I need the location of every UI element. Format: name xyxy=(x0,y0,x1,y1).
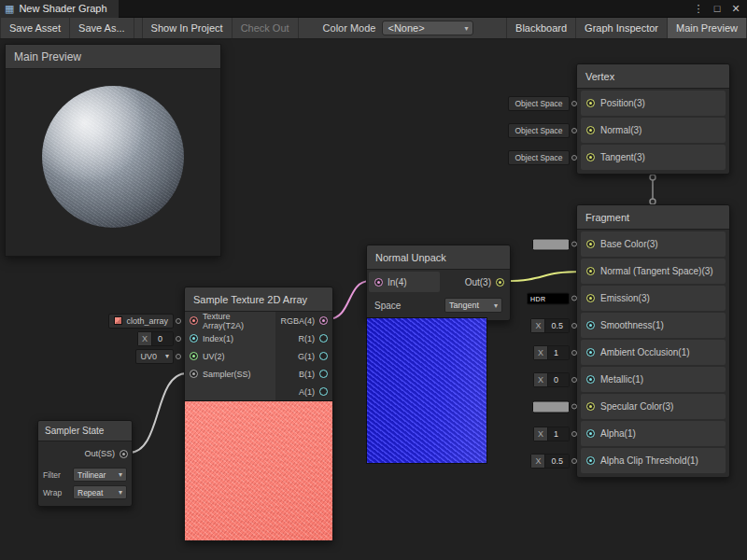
texture-array-object-field[interactable]: cloth_array xyxy=(108,314,174,329)
smoothness-port[interactable] xyxy=(586,321,595,329)
r-port[interactable] xyxy=(319,334,328,343)
sampler-port[interactable] xyxy=(190,370,198,378)
fragment-node-title[interactable]: Fragment xyxy=(577,205,729,230)
base-color-swatch[interactable] xyxy=(532,238,570,250)
metallic-input[interactable]: X0 xyxy=(533,372,570,387)
color-mode-dropdown[interactable]: <None> ▾ xyxy=(382,21,473,35)
main-preview-panel: Main Preview xyxy=(5,44,221,257)
node-vertex[interactable]: Vertex Position(3) Object Space Normal(3… xyxy=(576,63,730,175)
save-asset-button[interactable]: Save Asset xyxy=(0,18,70,38)
emission-hdr-swatch[interactable]: HDR xyxy=(527,292,570,304)
fragment-row-normal: Normal (Tangent Space)(3) xyxy=(581,259,726,284)
sample-texture-outputs: RGBA(4) R(1) G(1) B(1) A(1) xyxy=(275,312,332,400)
main-preview-toggle-button[interactable]: Main Preview xyxy=(668,18,747,38)
ambient-occlusion-port[interactable] xyxy=(586,348,595,357)
fragment-row-ambient-occlusion: Ambient Occlusion(1) X1 xyxy=(581,340,726,365)
main-preview-body xyxy=(6,69,220,256)
smoothness-input[interactable]: X0.5 xyxy=(530,318,570,333)
specular-color-port[interactable] xyxy=(586,402,595,411)
sampler-state-out-label: Out(SS) xyxy=(84,449,115,458)
chevron-down-icon: ▾ xyxy=(464,24,468,33)
node-fragment[interactable]: Fragment Base Color(3) Normal (Tangent S… xyxy=(576,204,730,478)
graph-inspector-toggle-button[interactable]: Graph Inspector xyxy=(576,18,668,38)
alpha-clip-threshold-input[interactable]: X0.5 xyxy=(530,454,570,469)
rgba-port[interactable] xyxy=(319,316,328,325)
ambient-occlusion-label: Ambient Occlusion(1) xyxy=(600,347,690,357)
sample-texture-node-title[interactable]: Sample Texture 2D Array xyxy=(185,287,332,312)
texture-thumbnail-icon xyxy=(114,316,122,325)
alpha-input[interactable]: X1 xyxy=(533,427,570,441)
b-port[interactable] xyxy=(319,370,328,378)
node-sampler-state[interactable]: Sampler State Out(SS) Filter Trilinear ▾… xyxy=(37,420,133,507)
ambient-occlusion-input[interactable]: X1 xyxy=(533,345,570,360)
b-row: B(1) xyxy=(275,365,332,383)
rgba-row: RGBA(4) xyxy=(275,312,332,329)
window-tab[interactable]: ▦ New Shader Graph xyxy=(0,0,119,18)
emission-label: Emission(3) xyxy=(600,293,650,303)
edge-samplerstate-out-to-sampler[interactable] xyxy=(129,373,187,453)
vertex-node-title[interactable]: Vertex xyxy=(577,64,729,89)
sampler-state-node-title[interactable]: Sampler State xyxy=(38,421,132,441)
position-space-dropdown[interactable]: Object Space xyxy=(508,96,570,111)
node-sample-texture-2d-array[interactable]: Sample Texture 2D Array Texture Array(T2… xyxy=(184,287,333,541)
maximize-icon[interactable]: □ xyxy=(710,3,725,14)
vertex-fragment-connector xyxy=(650,175,655,204)
fragment-row-emission: Emission(3) HDR xyxy=(581,286,726,311)
show-in-project-button[interactable]: Show In Project xyxy=(142,18,233,38)
metallic-port[interactable] xyxy=(586,375,595,384)
index-input[interactable]: X0 xyxy=(137,331,174,346)
texture-array-port[interactable] xyxy=(190,316,198,325)
fragment-normal-label: Normal (Tangent Space)(3) xyxy=(600,266,713,276)
normal-space-dropdown[interactable]: Object Space xyxy=(508,123,570,138)
tangent-port[interactable] xyxy=(586,153,595,161)
close-icon[interactable]: ✕ xyxy=(728,3,743,15)
base-color-port[interactable] xyxy=(586,240,595,248)
save-as-button[interactable]: Save As... xyxy=(70,18,134,38)
alpha-clip-threshold-port[interactable] xyxy=(586,456,595,465)
a-port[interactable] xyxy=(319,387,328,396)
fragment-row-metallic: Metallic(1) X0 xyxy=(581,367,726,392)
menu-icon[interactable]: ⋮ xyxy=(691,3,706,15)
tangent-space-dropdown[interactable]: Object Space xyxy=(508,150,570,165)
specular-color-swatch[interactable] xyxy=(532,400,570,413)
r-row: R(1) xyxy=(275,329,332,347)
normal-unpack-out-port[interactable] xyxy=(496,278,504,287)
smoothness-label: Smoothness(1) xyxy=(600,320,664,330)
main-preview-title[interactable]: Main Preview xyxy=(6,45,220,69)
normal-unpack-in-port[interactable] xyxy=(374,278,383,287)
normal-unpack-in-row: In(4) xyxy=(369,272,440,292)
index-port[interactable] xyxy=(190,334,198,343)
normal-unpack-preview xyxy=(366,317,487,464)
check-out-button[interactable]: Check Out xyxy=(233,18,299,38)
normal-port[interactable] xyxy=(586,126,595,134)
uv-channel-dropdown[interactable]: UV0 ▾ xyxy=(135,349,174,364)
position-port[interactable] xyxy=(586,99,595,107)
fragment-normal-port[interactable] xyxy=(586,267,595,275)
titlebar: ▦ New Shader Graph ⋮ □ ✕ xyxy=(0,0,747,18)
normal-unpack-node-title[interactable]: Normal Unpack xyxy=(367,245,510,270)
normal-unpack-out-row: Out(3) xyxy=(459,270,510,294)
sampler-state-out-port[interactable] xyxy=(120,450,128,458)
wrap-dropdown[interactable]: Repeat ▾ xyxy=(73,485,127,499)
edge-normal-unpack-out-to-fragment-normal[interactable] xyxy=(505,272,581,281)
edge-rgba-to-normal-unpack-in[interactable] xyxy=(328,281,370,319)
blackboard-toggle-button[interactable]: Blackboard xyxy=(506,18,576,38)
uv-port[interactable] xyxy=(190,352,198,360)
fragment-row-alpha-clip-threshold: Alpha Clip Threshold(1) X0.5 xyxy=(581,448,726,473)
sample-texture-inputs: Texture Array(T2A) cloth_array Index(1) … xyxy=(185,312,275,400)
space-label: Space xyxy=(374,301,401,311)
emission-port[interactable] xyxy=(586,294,595,302)
alpha-port[interactable] xyxy=(586,429,595,438)
chevron-down-icon: ▾ xyxy=(494,301,498,310)
node-normal-unpack[interactable]: Normal Unpack In(4) Out(3) Space Tangent… xyxy=(366,245,511,321)
g-port[interactable] xyxy=(319,352,328,360)
shader-graph-icon: ▦ xyxy=(5,4,14,14)
filter-dropdown[interactable]: Trilinear ▾ xyxy=(73,468,127,482)
normal-unpack-io: In(4) Out(3) xyxy=(367,270,510,294)
specular-color-label: Specular Color(3) xyxy=(600,401,673,412)
a-row: A(1) xyxy=(275,383,332,400)
normal-port-label: Normal(3) xyxy=(600,125,641,135)
color-mode-label: Color Mode xyxy=(299,18,383,38)
space-dropdown[interactable]: Tangent ▾ xyxy=(444,298,502,313)
chevron-down-icon: ▾ xyxy=(119,470,122,479)
